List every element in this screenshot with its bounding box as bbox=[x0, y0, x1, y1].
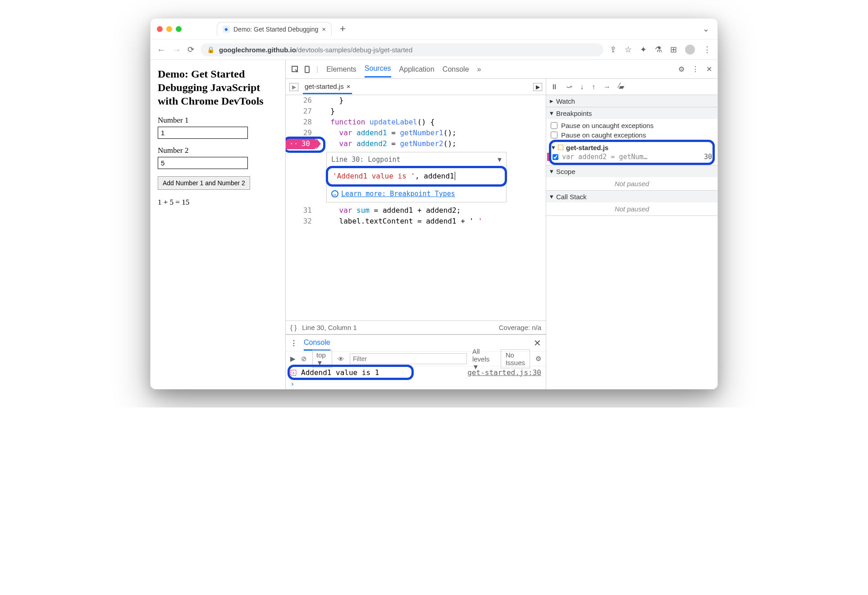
close-drawer-icon[interactable]: ✕ bbox=[534, 338, 541, 348]
browser-tab[interactable]: ◆ Demo: Get Started Debugging × bbox=[217, 22, 332, 36]
install-icon[interactable]: ⊞ bbox=[670, 45, 677, 55]
drawer-menu-icon[interactable]: ⋮ bbox=[290, 339, 297, 348]
scope-not-paused: Not paused bbox=[546, 177, 717, 190]
svg-rect-1 bbox=[305, 66, 309, 73]
console-text: Addend1 value is 1 bbox=[301, 368, 379, 377]
back-button[interactable]: ← bbox=[157, 45, 166, 55]
logpoint-badge-icon: › bbox=[290, 370, 297, 376]
context-selector[interactable]: top ▼ bbox=[312, 350, 332, 368]
devtools: | Elements Sources Application Console »… bbox=[286, 60, 717, 389]
more-tabs-icon[interactable]: » bbox=[477, 65, 481, 73]
tab-sources[interactable]: Sources bbox=[365, 61, 391, 78]
tab-application[interactable]: Application bbox=[399, 62, 434, 77]
cursor-position: Line 30, Column 1 bbox=[302, 324, 357, 331]
star-icon[interactable]: ☆ bbox=[625, 45, 632, 55]
label-number2: Number 2 bbox=[158, 146, 278, 155]
address-bar[interactable]: 🔒 googlechrome.github.io/devtools-sample… bbox=[201, 43, 603, 56]
navigator-toggle-icon[interactable]: ▶ bbox=[289, 83, 298, 91]
result-text: 1 + 5 = 15 bbox=[158, 198, 278, 207]
new-tab-button[interactable]: + bbox=[340, 23, 346, 35]
learn-more-link[interactable]: Learn more: Breakpoint Types bbox=[341, 190, 455, 198]
code-editor[interactable]: 26 } 27 } 28 function updateLabel() { 29… bbox=[286, 95, 546, 320]
console-settings-icon[interactable]: ⚙ bbox=[535, 355, 541, 363]
link-icon bbox=[331, 190, 338, 197]
page-content: Demo: Get Started Debugging JavaScript w… bbox=[151, 60, 286, 389]
minimize-window-icon[interactable] bbox=[166, 26, 172, 32]
pause-uncaught-checkbox[interactable]: Pause on uncaught exceptions bbox=[551, 121, 713, 130]
share-icon[interactable]: ⇪ bbox=[610, 45, 617, 55]
settings-icon[interactable]: ⚙ bbox=[678, 65, 685, 73]
profile-avatar[interactable] bbox=[685, 45, 695, 55]
label-number1: Number 1 bbox=[158, 116, 278, 125]
logpoint-input[interactable]: 'Addend1 value is ', addend1 bbox=[326, 166, 507, 187]
file-tab[interactable]: get-started.js × bbox=[303, 80, 352, 94]
clear-console-icon[interactable]: ⊘ bbox=[301, 355, 307, 363]
tabs-dropdown-icon[interactable]: ⌄ bbox=[703, 24, 711, 34]
deactivate-breakpoints-icon[interactable]: ▰⁄ bbox=[619, 82, 624, 91]
close-tab-icon[interactable]: × bbox=[322, 25, 326, 33]
callstack-not-paused: Not paused bbox=[546, 202, 717, 215]
url-host: googlechrome.github.io bbox=[219, 46, 296, 54]
tab-console[interactable]: Console bbox=[443, 62, 469, 77]
input-number2[interactable] bbox=[158, 157, 248, 169]
console-filter-input[interactable] bbox=[350, 353, 467, 364]
scope-section[interactable]: ▾ Scope bbox=[546, 165, 717, 177]
breakpoint-file[interactable]: ▾ get-started.js bbox=[552, 143, 712, 151]
browser-window: ◆ Demo: Get Started Debugging × + ⌄ ← → … bbox=[150, 18, 718, 389]
pause-caught-checkbox[interactable]: Pause on caught exceptions bbox=[551, 130, 713, 140]
watch-section[interactable]: ▸ Watch bbox=[546, 95, 717, 107]
chevron-down-icon[interactable]: ▼ bbox=[498, 154, 502, 165]
more-options-icon[interactable]: ▶ bbox=[533, 83, 542, 91]
breakpoints-section[interactable]: ▾ Breakpoints bbox=[546, 107, 717, 119]
breakpoint-checkbox[interactable] bbox=[553, 154, 558, 160]
console-source-link[interactable]: get-started.js:30 bbox=[462, 368, 541, 377]
input-number1[interactable] bbox=[158, 127, 248, 139]
close-file-icon[interactable]: × bbox=[347, 82, 351, 90]
editor-status-bar: { } Line 30, Column 1 Coverage: n/a bbox=[286, 320, 546, 334]
titlebar: ◆ Demo: Get Started Debugging × + ⌄ bbox=[151, 18, 717, 39]
tab-title: Demo: Get Started Debugging bbox=[233, 26, 318, 33]
extensions-icon[interactable]: ✦ bbox=[640, 45, 647, 55]
favicon-icon: ◆ bbox=[223, 26, 230, 33]
pretty-print-icon[interactable]: { } bbox=[290, 324, 297, 331]
url-path: /devtools-samples/debug-js/get-started bbox=[296, 46, 412, 54]
console-message: › Addend1 value is 1 get-started.js:30 bbox=[286, 366, 546, 379]
close-window-icon[interactable] bbox=[157, 26, 163, 32]
console-prompt[interactable]: › bbox=[286, 379, 546, 389]
breakpoint-item[interactable]: var addend2 = getNum… 30 bbox=[552, 151, 712, 162]
close-devtools-icon[interactable]: ✕ bbox=[706, 65, 712, 73]
tab-elements[interactable]: Elements bbox=[326, 62, 356, 77]
step-into-icon[interactable]: ↓ bbox=[580, 83, 584, 91]
console-toolbar: ▶ ⊘ top ▼ 👁 All levels ▼ No Issues ⚙ bbox=[286, 351, 546, 366]
menu-icon[interactable]: ⋮ bbox=[703, 45, 711, 55]
live-expression-icon[interactable]: 👁 bbox=[338, 355, 344, 363]
kebab-icon[interactable]: ⋮ bbox=[692, 65, 699, 73]
add-button[interactable]: Add Number 1 and Number 2 bbox=[158, 176, 250, 190]
maximize-window-icon[interactable] bbox=[176, 26, 182, 32]
drawer-tab-console[interactable]: Console bbox=[304, 336, 330, 351]
reload-button[interactable]: ⟳ bbox=[187, 45, 194, 55]
pause-button[interactable]: ⏸ bbox=[551, 83, 558, 91]
debugger-toolbar: ⏸ ⤻ ↓ ↑ → ▰⁄ bbox=[546, 79, 717, 95]
page-heading: Demo: Get Started Debugging JavaScript w… bbox=[158, 67, 278, 108]
callstack-section[interactable]: ▾ Call Stack bbox=[546, 191, 717, 202]
lock-icon: 🔒 bbox=[207, 46, 215, 53]
devtools-tabbar: | Elements Sources Application Console »… bbox=[286, 60, 717, 79]
logpoint-indicator-icon bbox=[547, 153, 549, 161]
window-controls bbox=[157, 26, 182, 32]
file-tabs: ▶ get-started.js × ▶ bbox=[286, 79, 546, 95]
issues-button[interactable]: No Issues bbox=[501, 349, 530, 368]
logpoint-editor[interactable]: Line 30: Logpoint ▼ 'Addend1 value is ',… bbox=[326, 152, 507, 202]
debugger-sidebar: ⏸ ⤻ ↓ ↑ → ▰⁄ ▸ Watch ▾ Breakpoints Pause… bbox=[546, 79, 717, 389]
gutter: 26 bbox=[286, 95, 316, 106]
labs-icon[interactable]: ⚗ bbox=[655, 45, 662, 55]
inspect-icon[interactable] bbox=[291, 65, 299, 73]
console-drawer: ⋮ Console ✕ ▶ ⊘ top ▼ 👁 All levels ▼ No … bbox=[286, 334, 546, 389]
console-sidebar-icon[interactable]: ▶ bbox=[290, 355, 296, 363]
device-toggle-icon[interactable] bbox=[304, 65, 312, 73]
logpoint-marker[interactable]: 30 bbox=[286, 138, 316, 149]
step-out-icon[interactable]: ↑ bbox=[592, 83, 595, 91]
step-icon[interactable]: → bbox=[603, 83, 611, 91]
step-over-icon[interactable]: ⤻ bbox=[566, 82, 572, 91]
file-name: get-started.js bbox=[305, 82, 344, 90]
